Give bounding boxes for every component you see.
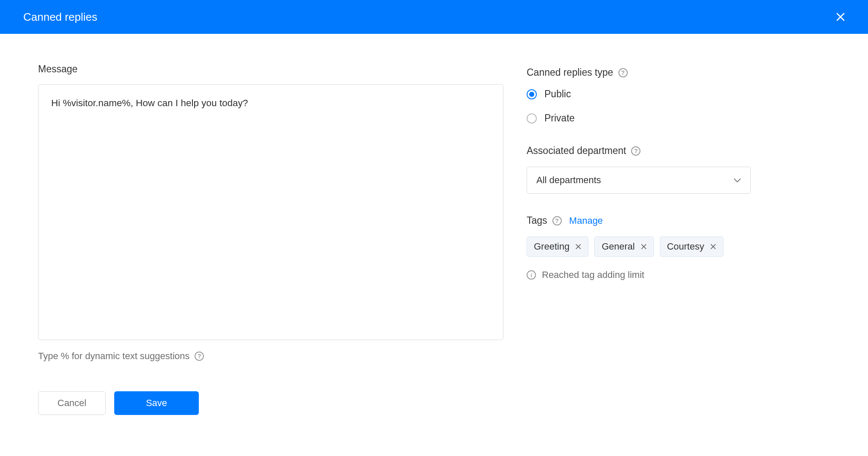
tag-remove-button[interactable] (710, 244, 716, 250)
info-icon (527, 270, 536, 280)
tag-chip: Greeting (527, 236, 588, 257)
close-button[interactable] (832, 8, 849, 25)
department-label-text: Associated department (527, 145, 626, 157)
chevron-down-icon (733, 178, 741, 183)
right-column: Canned replies type PublicPrivate Associ… (527, 63, 845, 415)
message-hint-text: Type % for dynamic text suggestions (38, 351, 190, 362)
tag-remove-button[interactable] (641, 244, 647, 250)
close-icon (835, 12, 846, 22)
tag-label: General (602, 241, 635, 252)
help-icon[interactable] (195, 352, 204, 361)
tags-label-row: Tags Manage (527, 215, 845, 226)
tags-section: Tags Manage GreetingGeneralCourtesy Reac… (527, 215, 845, 280)
button-row: Cancel Save (38, 391, 503, 415)
type-section: Canned replies type PublicPrivate (527, 67, 845, 124)
tags-label-text: Tags (527, 215, 547, 226)
department-label: Associated department (527, 145, 845, 157)
close-icon (641, 244, 647, 250)
page-title: Canned replies (23, 11, 97, 24)
left-column: Message Type % for dynamic text suggesti… (38, 63, 503, 415)
tag-remove-button[interactable] (575, 244, 581, 250)
message-label: Message (38, 63, 503, 75)
department-section: Associated department All departments (527, 145, 845, 194)
tag-label: Greeting (534, 241, 569, 252)
message-hint: Type % for dynamic text suggestions (38, 351, 503, 362)
radio-option-private[interactable]: Private (527, 113, 845, 124)
department-selected-value: All departments (536, 175, 601, 186)
help-icon[interactable] (552, 216, 562, 225)
radio-label: Public (544, 88, 571, 100)
radio-icon (527, 89, 537, 99)
tags-wrap: GreetingGeneralCourtesy (527, 236, 845, 257)
type-label-text: Canned replies type (527, 67, 613, 78)
help-icon[interactable] (631, 146, 640, 156)
department-select[interactable]: All departments (527, 167, 751, 194)
cancel-button[interactable]: Cancel (38, 391, 106, 415)
close-icon (575, 244, 581, 250)
modal-header: Canned replies (0, 0, 868, 34)
help-icon[interactable] (618, 68, 628, 77)
tag-chip: General (594, 236, 654, 257)
radio-option-public[interactable]: Public (527, 88, 845, 100)
save-button[interactable]: Save (114, 391, 199, 415)
tag-chip: Courtesy (660, 236, 723, 257)
tags-limit-text: Reached tag adding limit (542, 269, 644, 280)
message-textarea[interactable] (38, 84, 503, 340)
radio-icon (527, 113, 537, 124)
tags-limit-row: Reached tag adding limit (527, 269, 845, 280)
manage-tags-link[interactable]: Manage (569, 215, 603, 226)
modal-body: Message Type % for dynamic text suggesti… (0, 34, 868, 436)
tag-label: Courtesy (667, 241, 704, 252)
radio-label: Private (544, 113, 575, 124)
close-icon (710, 244, 716, 250)
type-label: Canned replies type (527, 67, 845, 78)
